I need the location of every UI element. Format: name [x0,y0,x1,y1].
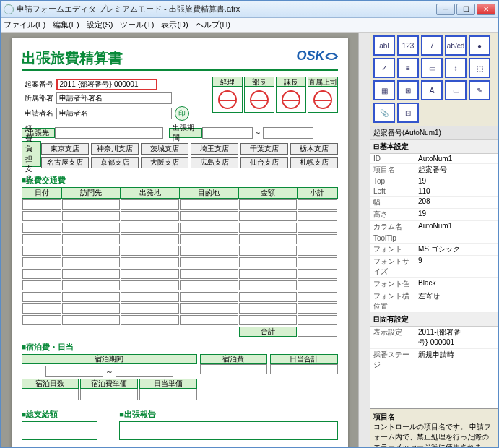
palette-tool[interactable]: A [421,80,443,100]
table-cell[interactable] [239,234,298,244]
prop-value[interactable]: 左寄せ [415,290,498,312]
table-cell[interactable] [239,303,298,314]
table-cell[interactable] [62,223,121,233]
prop-value[interactable]: AutoNum1 [415,221,498,233]
branch-button[interactable]: 千葉支店 [240,143,288,155]
table-cell[interactable] [62,199,121,210]
palette-tool[interactable]: ▭ [445,80,467,100]
table-cell[interactable] [62,280,121,290]
prop-value[interactable]: 208 [415,197,498,208]
prop-value[interactable]: Black [415,278,498,290]
palette-tool[interactable]: 📎 [373,103,395,123]
close-button[interactable]: ✕ [477,4,495,15]
table-cell[interactable] [298,199,337,210]
table-cell[interactable] [239,315,298,325]
prop-value[interactable]: AutoNum1 [415,154,498,163]
minimize-button[interactable]: ─ [436,4,455,15]
menu-view[interactable]: 表示(D) [161,20,188,30]
table-cell[interactable] [62,257,121,267]
table-cell[interactable] [298,246,337,256]
table-cell[interactable] [239,199,298,210]
table-cell[interactable] [239,292,298,302]
palette-tool[interactable]: ≡ [397,58,419,78]
table-cell[interactable] [298,292,337,302]
table-cell[interactable] [298,315,337,325]
kian-number-field[interactable]: 2011-{部署番号}-000001 [56,79,157,90]
palette-tool[interactable]: ↕ [445,58,467,78]
table-cell[interactable] [180,246,238,256]
dest-field[interactable] [55,127,163,139]
prop-value[interactable]: 2011-{部署番号}-000001 [415,327,498,348]
table-cell[interactable] [121,211,179,221]
palette-tool[interactable]: abl [373,35,395,56]
branch-button[interactable]: 神奈川支店 [91,143,139,155]
table-cell[interactable] [298,280,337,290]
table-cell[interactable] [298,269,337,279]
canvas[interactable]: OSK 出張旅費精算書 起案番号2011-{部署番号}-000001 所属部署申… [1,33,358,447]
palette-tool[interactable]: ● [469,35,490,56]
table-cell[interactable] [180,199,238,210]
palette-tool[interactable]: ▦ [373,80,395,100]
table-cell[interactable] [22,199,61,210]
table-cell[interactable] [121,223,179,233]
prop-value[interactable]: 19 [415,209,498,220]
branch-button[interactable]: 広島支店 [191,157,238,168]
applicant-field[interactable]: 申請者名 [56,108,172,119]
table-cell[interactable] [121,257,179,267]
table-cell[interactable] [180,315,238,325]
prop-value[interactable]: 新規申請時 [415,349,498,371]
palette-tool[interactable]: ⬚ [469,58,490,78]
branch-button[interactable]: 大阪支店 [141,157,188,168]
branch-button[interactable]: 仙台支店 [240,157,288,168]
menu-file[interactable]: ファイル(F) [4,20,45,30]
prop-value[interactable]: 110 [415,186,498,196]
branch-button[interactable]: 茨城支店 [141,143,188,155]
stamp-icon[interactable]: 印 [175,106,189,121]
table-cell[interactable] [22,234,61,244]
palette-tool[interactable]: ab/cd [445,35,467,56]
table-cell[interactable] [121,234,179,244]
palette-tool[interactable]: ✎ [469,80,490,100]
dept-field[interactable]: 申請者部署名 [56,92,172,104]
table-cell[interactable] [180,223,238,233]
table-cell[interactable] [180,292,238,302]
table-cell[interactable] [22,303,61,314]
table-cell[interactable] [22,223,61,233]
period-from[interactable] [202,127,253,139]
maximize-button[interactable]: ☐ [456,4,475,15]
prop-value[interactable]: 9 [415,256,498,277]
table-cell[interactable] [239,257,298,267]
palette-tool[interactable]: ⊞ [397,80,419,100]
branch-button[interactable]: 栃木支店 [290,143,338,155]
table-cell[interactable] [298,257,337,267]
palette-tool[interactable]: 123 [397,35,419,56]
table-cell[interactable] [298,303,337,314]
period-to[interactable] [263,127,313,139]
table-cell[interactable] [22,211,61,221]
property-grid[interactable]: 起案番号(AutoNum1) ⊟基本設定 IDAutoNum1項目名起案番号To… [370,126,498,408]
menu-help[interactable]: ヘルプ(H) [196,20,230,30]
table-cell[interactable] [22,269,61,279]
table-cell[interactable] [121,269,179,279]
prop-value[interactable] [415,233,498,243]
branch-button[interactable]: 埼玉支店 [191,143,238,155]
table-cell[interactable] [62,246,121,256]
menu-settings[interactable]: 設定(S) [87,20,113,30]
table-cell[interactable] [239,280,298,290]
table-cell[interactable] [298,211,337,221]
scrollbar[interactable] [358,33,370,447]
table-cell[interactable] [62,211,121,221]
branch-button[interactable]: 京都支店 [91,157,139,168]
table-cell[interactable] [180,211,238,221]
table-cell[interactable] [239,246,298,256]
table-cell[interactable] [180,234,238,244]
table-cell[interactable] [180,280,238,290]
branch-button[interactable]: 名古屋支店 [41,157,89,168]
menu-tool[interactable]: ツール(T) [120,20,154,30]
palette-tool[interactable]: ⊡ [397,103,419,123]
menu-edit[interactable]: 編集(E) [53,20,79,30]
table-cell[interactable] [121,246,179,256]
branch-button[interactable]: 札幌支店 [290,157,338,168]
table-cell[interactable] [180,257,238,267]
table-cell[interactable] [62,234,121,244]
